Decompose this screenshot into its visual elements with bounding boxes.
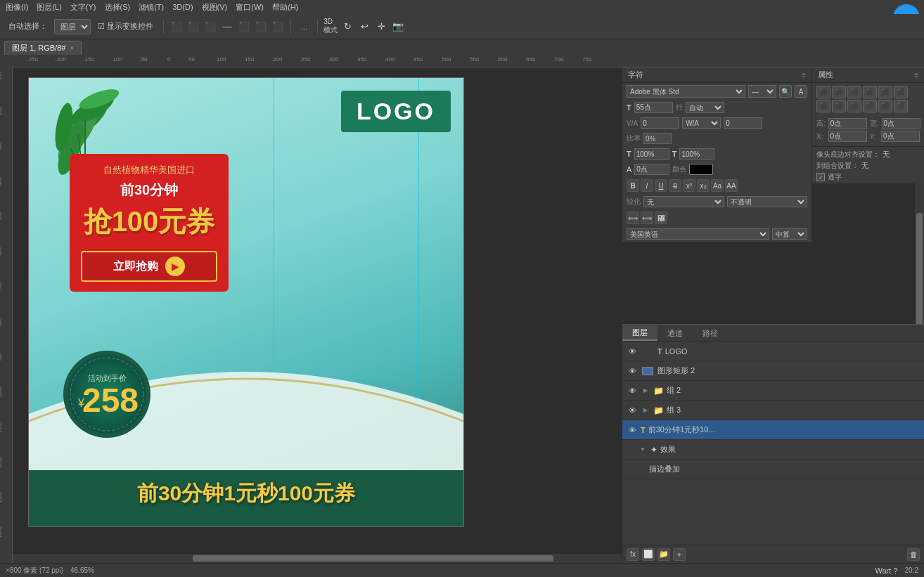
italic-btn[interactable]: I xyxy=(641,179,653,192)
aa-method-select[interactable]: 不透明 xyxy=(727,196,808,207)
layer-visibility-group3[interactable]: 👁 xyxy=(627,405,638,416)
dist-bottom-btn[interactable]: ⬛ xyxy=(894,100,908,112)
hscale-input[interactable] xyxy=(634,148,669,160)
antialias-select[interactable]: 无 锐化 xyxy=(643,196,724,207)
flip-v-btn[interactable]: ⟺ xyxy=(641,212,653,224)
add-style-btn[interactable]: fx xyxy=(627,548,639,561)
checkbox-hidden[interactable]: ✓ xyxy=(816,173,825,181)
layer-expand-effects[interactable]: ▼ xyxy=(638,445,648,455)
dist-vcenter-btn[interactable]: ⬛ xyxy=(878,100,892,112)
align-hcenter-btn[interactable]: ⬛ xyxy=(832,86,846,98)
superscript-btn[interactable]: x² xyxy=(683,179,695,192)
menu-filter[interactable]: 滤镜(T) xyxy=(139,2,164,13)
camera-icon[interactable]: 📷 xyxy=(391,20,405,34)
undo-icon[interactable]: ↩ xyxy=(357,20,371,34)
text-warp-btn[interactable]: ꟦ xyxy=(655,212,667,224)
tab-channels[interactable]: 通道 xyxy=(657,325,693,341)
align-center-icon[interactable]: ⬛ xyxy=(186,20,200,34)
method-select[interactable]: 中算 xyxy=(772,228,807,240)
strikethrough-btn[interactable]: S̶ xyxy=(669,179,681,192)
3d-mode-icon[interactable]: 3D模式 xyxy=(323,20,338,34)
height-input[interactable] xyxy=(828,118,867,129)
design-canvas[interactable]: LOGO 自然植物精华美国进口 前30分钟 抢100元券 立即抢购 ▶ xyxy=(28,77,464,527)
kerning-select[interactable]: W/A xyxy=(682,117,721,129)
promo-main: 抢100元券 xyxy=(81,202,217,241)
properties-panel-menu[interactable]: ≡ xyxy=(914,71,918,79)
tab-layers[interactable]: 图层 xyxy=(622,325,657,341)
align-right-icon[interactable]: ⬛ xyxy=(203,20,217,34)
underline-btn[interactable]: U xyxy=(655,179,667,192)
layer-visibility-text-bottom[interactable]: 👁 xyxy=(627,424,638,436)
layer-item-group2[interactable]: 👁 ▶ 📁 组 2 xyxy=(622,381,924,401)
allcaps-btn[interactable]: AA xyxy=(725,179,738,192)
dist-top-btn[interactable]: ⬛ xyxy=(863,100,877,112)
align-top-btn[interactable]: ⬛ xyxy=(863,86,877,98)
font-size-input[interactable] xyxy=(634,102,673,113)
menu-3d[interactable]: 3D(D) xyxy=(172,3,193,11)
baseline-input[interactable] xyxy=(634,164,669,175)
tracking-input[interactable] xyxy=(641,117,679,129)
layer-item-stroke[interactable]: 描边叠加 xyxy=(622,460,924,479)
leading-select[interactable]: 自动 xyxy=(686,102,724,113)
width-input[interactable] xyxy=(882,118,920,129)
kerning-input[interactable] xyxy=(724,117,762,129)
layer-visibility-group2[interactable]: 👁 xyxy=(627,385,638,396)
layer-expand-group3[interactable]: ▶ xyxy=(641,406,650,415)
y-input[interactable] xyxy=(881,131,920,142)
layer-item-effects[interactable]: ▼ ✦ 效果 xyxy=(622,440,924,460)
menu-view[interactable]: 视图(V) xyxy=(202,2,228,13)
layer-select[interactable]: 图层 组 xyxy=(54,19,91,34)
font-search-btn[interactable]: 🔍 xyxy=(779,85,792,98)
tab-paths[interactable]: 路径 xyxy=(693,325,728,341)
align-vcenter-btn[interactable]: ⬛ xyxy=(878,86,892,98)
language-select[interactable]: 美国英语 xyxy=(627,228,769,240)
layer-item-group3[interactable]: 👁 ▶ 📁 组 3 xyxy=(622,401,924,420)
menu-help[interactable]: 帮助(H) xyxy=(272,2,298,13)
bold-btn[interactable]: B xyxy=(627,179,639,192)
distribute-icon[interactable]: ⬛ xyxy=(271,20,285,34)
align-left-icon[interactable]: ⬛ xyxy=(169,20,184,34)
layer-visibility-shape2[interactable]: 👁 xyxy=(627,365,638,377)
color-picker-preview[interactable] xyxy=(689,164,713,175)
align-middle-icon[interactable]: ⬛ xyxy=(237,20,251,34)
svg-text:400: 400 xyxy=(0,177,2,186)
menu-text[interactable]: 文字(Y) xyxy=(70,2,96,13)
new-layer-btn[interactable]: + xyxy=(673,548,686,561)
x-input[interactable] xyxy=(828,131,867,142)
align-top-icon[interactable]: — xyxy=(220,20,234,34)
subscript-btn[interactable]: x₂ xyxy=(697,179,710,192)
layer-item-shape2[interactable]: 👁 图形矩形 2 xyxy=(622,361,924,381)
align-bottom-icon[interactable]: ⬛ xyxy=(254,20,268,34)
active-tab[interactable]: 图层 1, RGB/8# × xyxy=(4,41,82,55)
create-group-btn[interactable]: 📁 xyxy=(657,548,670,561)
menu-window[interactable]: 窗口(W) xyxy=(236,2,264,13)
typo-panel-menu[interactable]: ≡ xyxy=(802,71,806,79)
layer-item-logo[interactable]: 👁 T LOGO xyxy=(622,342,924,361)
move-icon[interactable]: ✛ xyxy=(374,20,388,34)
font-family-select[interactable]: Adobe 黑体 Std xyxy=(627,85,745,98)
align-right-btn[interactable]: ⬛ xyxy=(847,86,861,98)
align-left-btn[interactable]: ⬛ xyxy=(816,86,830,98)
dist-hcenter-btn[interactable]: ⬛ xyxy=(832,100,846,112)
show-transform-checkbox[interactable]: ☑ 显示变换控件 xyxy=(94,18,158,36)
dist-right-btn[interactable]: ⬛ xyxy=(847,100,861,112)
menu-image[interactable]: 图像(I) xyxy=(6,2,28,13)
flip-h-btn[interactable]: ⟺ xyxy=(627,212,639,224)
font-style-btn[interactable]: A xyxy=(795,85,807,98)
align-bottom-btn[interactable]: ⬛ xyxy=(894,86,908,98)
vscale-input[interactable] xyxy=(679,148,714,160)
smallcaps-btn[interactable]: Aa xyxy=(711,179,724,192)
delete-layer-btn[interactable]: 🗑 xyxy=(907,548,920,561)
tab-close-button[interactable]: × xyxy=(70,44,74,52)
layer-visibility-logo[interactable]: 👁 xyxy=(627,346,638,357)
scale-input[interactable] xyxy=(643,133,672,144)
more-options[interactable]: ... xyxy=(297,18,312,36)
dist-left-btn[interactable]: ⬛ xyxy=(816,100,830,112)
menu-select[interactable]: 选择(S) xyxy=(105,2,131,13)
rotate-icon[interactable]: ↻ xyxy=(340,20,354,34)
menu-layer[interactable]: 图层(L) xyxy=(37,2,61,13)
font-style-select[interactable]: — xyxy=(748,85,776,98)
add-mask-btn[interactable]: ⬜ xyxy=(642,548,655,561)
layer-expand-group2[interactable]: ▶ xyxy=(641,386,650,396)
layer-item-text-bottom[interactable]: 👁 T 前30分钟1元秒10... xyxy=(622,420,924,440)
